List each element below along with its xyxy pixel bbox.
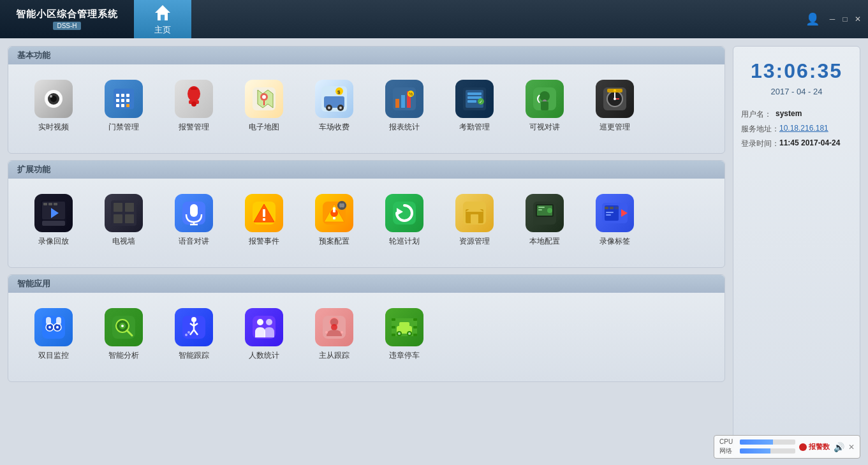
e-map-label: 电子地图 bbox=[249, 122, 279, 133]
realtime-video-icon bbox=[34, 80, 73, 118]
icon-videotag[interactable]: 录像标签 bbox=[580, 189, 650, 252]
svg-rect-61 bbox=[42, 221, 65, 226]
dual-monitor-label: 双目监控 bbox=[38, 350, 69, 361]
alert-badge: 报警数 bbox=[799, 442, 830, 452]
playback-icon bbox=[34, 194, 73, 232]
icon-realtime-video[interactable]: 实时视频 bbox=[18, 75, 89, 138]
sound-icon[interactable]: 🔊 bbox=[834, 442, 844, 452]
alarm-manage-icon bbox=[175, 80, 213, 118]
icon-alertevent[interactable]: 报警事件 bbox=[229, 189, 299, 252]
svg-point-146 bbox=[408, 332, 411, 335]
preplan-label: 预案配置 bbox=[319, 236, 349, 247]
videotag-icon bbox=[596, 194, 634, 232]
svg-point-133 bbox=[341, 331, 343, 334]
tvwall-icon bbox=[105, 194, 143, 232]
cpu-label: CPU bbox=[719, 438, 737, 445]
svg-rect-66 bbox=[125, 214, 134, 223]
icon-voicecom[interactable]: 语音对讲 bbox=[159, 189, 229, 252]
icon-smart-analyze[interactable]: 智能分析 bbox=[89, 303, 159, 366]
svg-rect-102 bbox=[610, 207, 614, 209]
svg-rect-82 bbox=[341, 202, 343, 203]
server-info-row: 服务地址： 10.18.216.181 bbox=[741, 124, 852, 135]
alertevent-icon bbox=[245, 194, 283, 232]
svg-point-110 bbox=[48, 326, 51, 328]
net-metric-row: 网络 bbox=[719, 447, 795, 455]
icon-violation[interactable]: 违章停车 bbox=[369, 303, 439, 366]
close-button[interactable]: ✕ bbox=[853, 14, 863, 24]
icon-resource[interactable]: 资源管理 bbox=[439, 189, 510, 252]
svg-rect-41 bbox=[467, 100, 476, 103]
svg-point-116 bbox=[121, 325, 124, 327]
localconf-icon bbox=[526, 194, 564, 232]
server-label: 服务地址： bbox=[741, 124, 779, 135]
window-controls: 👤 ─ □ ✕ bbox=[805, 12, 868, 26]
svg-point-28 bbox=[339, 107, 342, 109]
icon-smart-track[interactable]: 智能跟踪 bbox=[159, 303, 229, 366]
basic-section-header: 基本功能 bbox=[8, 47, 725, 64]
access-control-label: 门禁管理 bbox=[108, 122, 139, 133]
svg-rect-94 bbox=[542, 217, 547, 221]
icon-tvwall[interactable]: 电视墙 bbox=[89, 189, 159, 252]
icon-alarm-manage[interactable]: 报警管理 bbox=[159, 75, 229, 138]
icon-master-track[interactable]: 主从跟踪 bbox=[299, 303, 369, 366]
svg-rect-83 bbox=[341, 207, 343, 209]
dss-badge: DSS-H bbox=[53, 22, 80, 30]
svg-point-52 bbox=[614, 98, 616, 100]
svg-rect-12 bbox=[126, 99, 129, 102]
svg-point-127 bbox=[257, 319, 263, 325]
icon-report-stats[interactable]: % 报表统计 bbox=[369, 75, 439, 138]
date-display: 2017 - 04 - 24 bbox=[771, 87, 823, 96]
icon-localconf[interactable]: 本地配置 bbox=[510, 189, 580, 252]
svg-point-118 bbox=[191, 317, 196, 322]
violation-icon bbox=[385, 308, 423, 346]
localconf-label: 本地配置 bbox=[529, 236, 560, 247]
main-content: 基本功能 实时视频 bbox=[0, 38, 868, 465]
svg-point-131 bbox=[331, 324, 337, 330]
icon-playback[interactable]: 录像回放 bbox=[18, 189, 89, 252]
svg-rect-63 bbox=[114, 203, 122, 212]
extended-section-header: 扩展功能 bbox=[8, 161, 725, 179]
right-info-panel: 13:06:35 2017 - 04 - 24 用户名： system 服务地址… bbox=[733, 46, 860, 457]
icon-dual-monitor[interactable]: 双目监控 bbox=[18, 303, 89, 366]
icon-video-intercom[interactable]: 可视对讲 bbox=[510, 75, 580, 138]
resource-icon bbox=[455, 194, 494, 232]
svg-rect-140 bbox=[413, 334, 417, 336]
restore-button[interactable]: □ bbox=[840, 14, 850, 24]
icon-attendance[interactable]: ✓ 考勤管理 bbox=[439, 75, 510, 138]
server-value[interactable]: 10.18.216.181 bbox=[779, 124, 828, 135]
tourplan-label: 轮巡计划 bbox=[389, 236, 420, 247]
svg-rect-33 bbox=[401, 95, 405, 108]
login-value: 11:45 2017-04-24 bbox=[779, 138, 840, 149]
svg-rect-7 bbox=[116, 94, 119, 97]
close-status-button[interactable]: ✕ bbox=[848, 443, 855, 452]
icon-access-control[interactable]: 门禁管理 bbox=[89, 75, 159, 138]
svg-point-132 bbox=[325, 331, 328, 334]
attendance-icon: ✓ bbox=[455, 80, 494, 118]
svg-rect-32 bbox=[395, 99, 399, 108]
icon-people-count[interactable]: 人数统计 bbox=[229, 303, 299, 366]
icon-patrol[interactable]: 巡更管理 bbox=[580, 75, 650, 138]
home-tab[interactable]: 主页 bbox=[134, 0, 191, 38]
icon-preplan[interactable]: 预案配置 bbox=[299, 189, 369, 252]
video-intercom-icon bbox=[526, 80, 564, 118]
svg-rect-106 bbox=[606, 214, 611, 216]
svg-rect-79 bbox=[333, 217, 335, 219]
icon-parking[interactable]: $ 车场收费 bbox=[299, 75, 369, 138]
smart-track-label: 智能跟踪 bbox=[179, 350, 209, 361]
tourplan-icon bbox=[385, 194, 423, 232]
svg-rect-73 bbox=[263, 209, 265, 217]
master-track-label: 主从跟踪 bbox=[319, 350, 349, 361]
smart-section: 智能应用 bbox=[8, 274, 725, 382]
svg-point-125 bbox=[188, 331, 190, 334]
basic-section: 基本功能 实时视频 bbox=[8, 46, 725, 154]
icon-e-map[interactable]: 电子地图 bbox=[229, 75, 299, 138]
login-info-row: 登录时间： 11:45 2017-04-24 bbox=[741, 138, 852, 149]
minimize-button[interactable]: ─ bbox=[827, 14, 837, 24]
user-icon[interactable]: 👤 bbox=[805, 12, 820, 26]
extended-section: 扩展功能 录像回放 bbox=[8, 160, 725, 268]
smart-section-header: 智能应用 bbox=[8, 275, 725, 293]
cpu-metric-row: CPU bbox=[719, 438, 795, 445]
app-logo-area: 智能小区综合管理系统 DSS-H bbox=[0, 0, 134, 38]
icon-tourplan[interactable]: 轮巡计划 bbox=[369, 189, 439, 252]
svg-point-124 bbox=[185, 334, 188, 336]
